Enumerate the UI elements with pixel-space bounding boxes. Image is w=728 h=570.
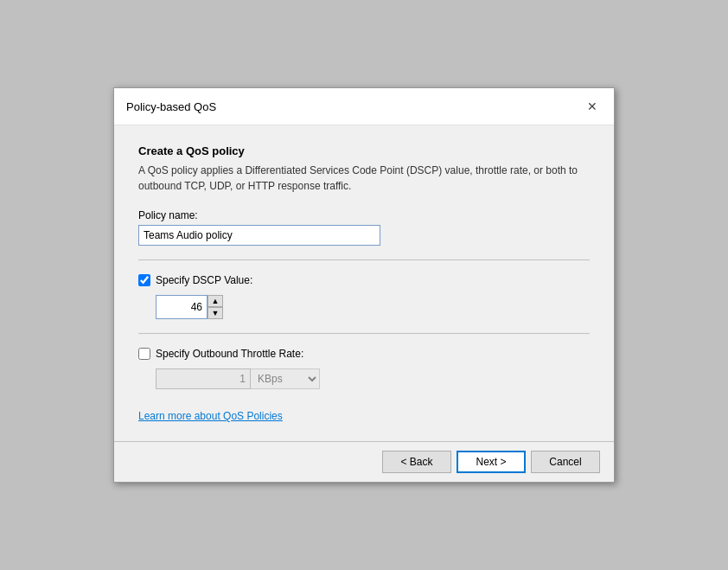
throttle-label[interactable]: Specify Outbound Throttle Rate: bbox=[156, 348, 303, 360]
dscp-spinner-group: ▲ ▼ bbox=[156, 295, 590, 319]
policy-name-input[interactable] bbox=[138, 225, 380, 246]
dscp-increment-button[interactable]: ▲ bbox=[208, 295, 223, 307]
dialog-body: Create a QoS policy A QoS policy applies… bbox=[114, 125, 614, 441]
dscp-value-input[interactable] bbox=[156, 295, 208, 319]
divider-2 bbox=[138, 333, 590, 334]
dscp-checkbox[interactable] bbox=[138, 274, 150, 286]
policy-name-group: Policy name: bbox=[138, 209, 590, 246]
throttle-value-input bbox=[156, 368, 251, 389]
throttle-unit-select: KBps MBps GBps bbox=[251, 368, 320, 389]
throttle-input-row: KBps MBps GBps bbox=[156, 368, 590, 389]
policy-name-label: Policy name: bbox=[138, 209, 590, 221]
learn-more-link[interactable]: Learn more about QoS Policies bbox=[138, 410, 283, 422]
divider-1 bbox=[138, 259, 590, 260]
section-description: A QoS policy applies a Differentiated Se… bbox=[138, 163, 590, 194]
dialog-footer: < Back Next > Cancel bbox=[114, 441, 614, 482]
dialog-title: Policy-based QoS bbox=[126, 100, 216, 113]
next-button[interactable]: Next > bbox=[457, 451, 526, 473]
dscp-spinner-buttons: ▲ ▼ bbox=[208, 295, 223, 319]
dscp-label[interactable]: Specify DSCP Value: bbox=[156, 274, 252, 286]
cancel-button[interactable]: Cancel bbox=[531, 451, 600, 473]
dscp-checkbox-row: Specify DSCP Value: bbox=[138, 274, 590, 286]
section-title: Create a QoS policy bbox=[138, 144, 590, 157]
throttle-checkbox[interactable] bbox=[138, 348, 150, 360]
throttle-checkbox-row: Specify Outbound Throttle Rate: bbox=[138, 348, 590, 360]
title-bar: Policy-based QoS ✕ bbox=[114, 88, 614, 125]
dscp-decrement-button[interactable]: ▼ bbox=[208, 307, 223, 319]
policy-qos-dialog: Policy-based QoS ✕ Create a QoS policy A… bbox=[113, 87, 615, 483]
back-button[interactable]: < Back bbox=[382, 451, 451, 473]
close-button[interactable]: ✕ bbox=[583, 97, 602, 116]
